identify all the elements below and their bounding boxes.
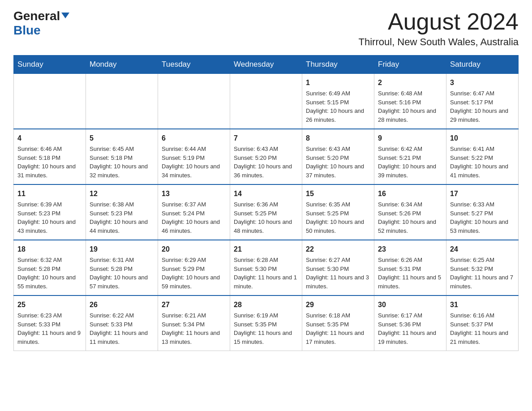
day-info: Sunset: 5:18 PM <box>17 154 82 163</box>
day-number: 28 <box>234 300 298 310</box>
day-info: Sunset: 5:18 PM <box>90 154 154 163</box>
day-info: Sunrise: 6:38 AM <box>90 200 154 209</box>
day-info: Sunset: 5:20 PM <box>234 154 298 163</box>
table-row: 9Sunrise: 6:42 AMSunset: 5:21 PMDaylight… <box>374 129 446 184</box>
day-info: Sunrise: 6:35 AM <box>306 200 370 209</box>
day-info: Sunset: 5:19 PM <box>162 154 226 163</box>
day-info: Daylight: 10 hours and 26 minutes. <box>306 107 370 124</box>
day-info: Sunset: 5:20 PM <box>306 154 370 163</box>
logo-triangle-icon <box>61 13 69 18</box>
day-info: Sunrise: 6:19 AM <box>234 311 298 320</box>
day-info: Sunset: 5:30 PM <box>234 265 298 274</box>
table-row: 17Sunrise: 6:33 AMSunset: 5:27 PMDayligh… <box>446 184 519 240</box>
day-info: Sunset: 5:25 PM <box>306 209 370 218</box>
day-number: 1 <box>306 77 370 88</box>
day-info: Daylight: 11 hours and 21 minutes. <box>450 329 515 346</box>
table-row: 22Sunrise: 6:27 AMSunset: 5:30 PMDayligh… <box>302 240 374 295</box>
day-info: Sunrise: 6:36 AM <box>234 200 298 209</box>
header-saturday: Saturday <box>446 56 519 74</box>
table-row: 25Sunrise: 6:23 AMSunset: 5:33 PMDayligh… <box>14 295 86 351</box>
day-info: Sunrise: 6:34 AM <box>378 200 442 209</box>
day-info: Daylight: 10 hours and 44 minutes. <box>90 218 154 235</box>
table-row <box>86 74 158 129</box>
day-info: Daylight: 10 hours and 55 minutes. <box>17 273 82 291</box>
day-number: 31 <box>450 300 515 310</box>
calendar-table: Sunday Monday Tuesday Wednesday Thursday… <box>13 55 519 351</box>
day-info: Daylight: 10 hours and 53 minutes. <box>450 218 515 235</box>
day-number: 6 <box>162 133 226 144</box>
day-info: Sunset: 5:36 PM <box>378 320 442 329</box>
day-info: Daylight: 10 hours and 34 minutes. <box>162 162 226 180</box>
day-number: 11 <box>17 188 82 199</box>
day-info: Daylight: 10 hours and 41 minutes. <box>450 162 515 180</box>
day-number: 3 <box>450 77 515 88</box>
day-info: Sunrise: 6:26 AM <box>378 256 442 265</box>
table-row: 23Sunrise: 6:26 AMSunset: 5:31 PMDayligh… <box>374 240 446 295</box>
header-tuesday: Tuesday <box>158 56 230 74</box>
day-info: Sunrise: 6:32 AM <box>17 256 82 265</box>
table-row: 26Sunrise: 6:22 AMSunset: 5:33 PMDayligh… <box>86 295 158 351</box>
day-info: Daylight: 10 hours and 31 minutes. <box>17 162 82 180</box>
table-row: 5Sunrise: 6:45 AMSunset: 5:18 PMDaylight… <box>86 129 158 184</box>
day-info: Daylight: 10 hours and 36 minutes. <box>234 162 298 180</box>
day-info: Sunrise: 6:49 AM <box>306 89 370 98</box>
header-monday: Monday <box>86 56 158 74</box>
logo: General Blue <box>13 9 69 38</box>
day-number: 5 <box>90 133 154 144</box>
day-info: Sunset: 5:30 PM <box>306 265 370 274</box>
day-info: Daylight: 11 hours and 15 minutes. <box>234 329 298 346</box>
table-row: 15Sunrise: 6:35 AMSunset: 5:25 PMDayligh… <box>302 184 374 240</box>
table-row: 3Sunrise: 6:47 AMSunset: 5:17 PMDaylight… <box>446 74 519 129</box>
day-info: Sunrise: 6:25 AM <box>450 256 515 265</box>
day-info: Sunrise: 6:48 AM <box>378 89 442 98</box>
day-number: 16 <box>378 188 442 199</box>
day-info: Daylight: 11 hours and 5 minutes. <box>378 273 442 291</box>
day-info: Sunrise: 6:23 AM <box>17 311 82 320</box>
page-header: General Blue August 2024 Thirroul, New S… <box>13 9 519 48</box>
calendar-week-row: 18Sunrise: 6:32 AMSunset: 5:28 PMDayligh… <box>14 240 519 295</box>
day-info: Daylight: 10 hours and 37 minutes. <box>306 162 370 180</box>
day-info: Sunrise: 6:43 AM <box>234 145 298 154</box>
table-row: 2Sunrise: 6:48 AMSunset: 5:16 PMDaylight… <box>374 74 446 129</box>
header-sunday: Sunday <box>14 56 86 74</box>
day-number: 13 <box>162 188 226 199</box>
day-number: 22 <box>306 244 370 255</box>
day-info: Daylight: 10 hours and 50 minutes. <box>306 218 370 235</box>
table-row: 6Sunrise: 6:44 AMSunset: 5:19 PMDaylight… <box>158 129 230 184</box>
table-row: 13Sunrise: 6:37 AMSunset: 5:24 PMDayligh… <box>158 184 230 240</box>
calendar-week-row: 11Sunrise: 6:39 AMSunset: 5:23 PMDayligh… <box>14 184 519 240</box>
day-info: Daylight: 10 hours and 28 minutes. <box>378 107 442 124</box>
day-info: Sunrise: 6:31 AM <box>90 256 154 265</box>
table-row <box>158 74 230 129</box>
table-row: 20Sunrise: 6:29 AMSunset: 5:29 PMDayligh… <box>158 240 230 295</box>
day-info: Sunrise: 6:41 AM <box>450 145 515 154</box>
day-info: Daylight: 11 hours and 3 minutes. <box>306 273 370 291</box>
day-number: 26 <box>90 300 154 310</box>
day-info: Daylight: 10 hours and 29 minutes. <box>450 107 515 124</box>
day-info: Daylight: 11 hours and 13 minutes. <box>162 329 226 346</box>
day-info: Sunset: 5:23 PM <box>90 209 154 218</box>
day-info: Sunrise: 6:16 AM <box>450 311 515 320</box>
day-number: 20 <box>162 244 226 255</box>
day-info: Daylight: 10 hours and 39 minutes. <box>378 162 442 180</box>
day-number: 19 <box>90 244 154 255</box>
day-info: Daylight: 11 hours and 17 minutes. <box>306 329 370 346</box>
day-info: Sunset: 5:22 PM <box>450 154 515 163</box>
day-info: Daylight: 10 hours and 43 minutes. <box>17 218 82 235</box>
day-info: Sunset: 5:35 PM <box>306 320 370 329</box>
day-info: Daylight: 11 hours and 11 minutes. <box>90 329 154 346</box>
day-info: Sunrise: 6:47 AM <box>450 89 515 98</box>
day-info: Daylight: 11 hours and 19 minutes. <box>378 329 442 346</box>
title-area: August 2024 Thirroul, New South Wales, A… <box>359 9 519 48</box>
table-row: 27Sunrise: 6:21 AMSunset: 5:34 PMDayligh… <box>158 295 230 351</box>
day-info: Sunset: 5:25 PM <box>234 209 298 218</box>
day-info: Sunset: 5:27 PM <box>450 209 515 218</box>
day-info: Daylight: 11 hours and 1 minute. <box>234 273 298 291</box>
table-row: 18Sunrise: 6:32 AMSunset: 5:28 PMDayligh… <box>14 240 86 295</box>
table-row: 24Sunrise: 6:25 AMSunset: 5:32 PMDayligh… <box>446 240 519 295</box>
day-info: Daylight: 10 hours and 59 minutes. <box>162 273 226 291</box>
day-info: Daylight: 10 hours and 46 minutes. <box>162 218 226 235</box>
day-info: Sunrise: 6:43 AM <box>306 145 370 154</box>
day-info: Daylight: 11 hours and 7 minutes. <box>450 273 515 291</box>
day-info: Sunrise: 6:21 AM <box>162 311 226 320</box>
